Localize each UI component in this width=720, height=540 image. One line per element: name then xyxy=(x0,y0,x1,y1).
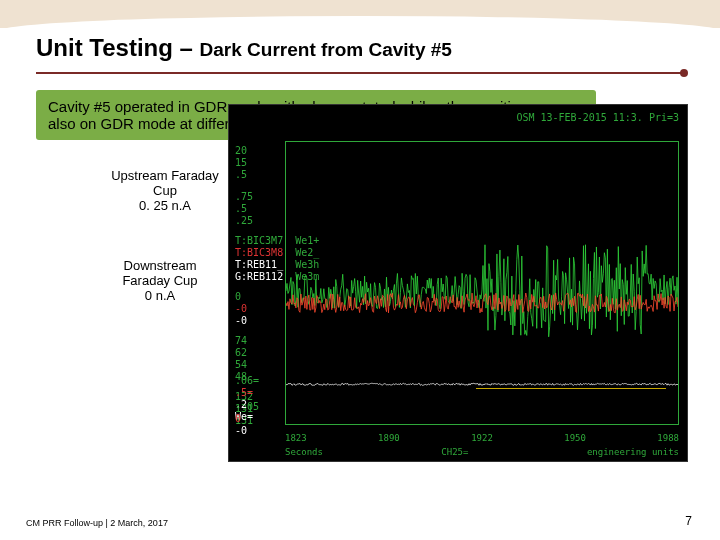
page-title: Unit Testing – Dark Current from Cavity … xyxy=(36,34,452,62)
footer-text: CM PRR Follow-up | 2 March, 2017 xyxy=(26,518,168,528)
scope-waveform xyxy=(286,142,678,424)
upstream-label: Upstream Faraday Cup 0. 25 n.A xyxy=(110,168,220,213)
downstream-name: Downstream Faraday Cup xyxy=(100,258,220,288)
decorative-top-band xyxy=(0,0,720,28)
oscilloscope-panel: OSM 13-FEB-2015 11:3. Pri=3 20 15 .5 .75… xyxy=(228,104,688,462)
scope-xaxis-ticks: 1823 1890 1922 1950 1988 xyxy=(285,434,679,443)
downstream-value: 0 n.A xyxy=(100,288,220,303)
scope-plot-area xyxy=(285,141,679,425)
title-sub: Dark Current from Cavity #5 xyxy=(200,39,452,60)
upstream-value: 0. 25 n.A xyxy=(110,198,220,213)
title-underline xyxy=(36,72,684,74)
page-number: 7 xyxy=(685,514,692,528)
downstream-label: Downstream Faraday Cup 0 n.A xyxy=(100,258,220,303)
title-separator: – xyxy=(173,34,200,61)
title-main: Unit Testing xyxy=(36,34,173,61)
scope-topbar: OSM 13-FEB-2015 11:3. Pri=3 xyxy=(516,113,679,123)
scope-left-readout: 20 15 .5 .75 .5 .25 xyxy=(235,145,253,227)
title-underline-dot xyxy=(680,69,688,77)
yellow-marker-line xyxy=(476,388,666,389)
upstream-name: Upstream Faraday Cup xyxy=(110,168,220,198)
scope-xlabel: Seconds CH25= engineering units xyxy=(285,448,679,457)
scope-bottom-readout: -.05 0 -0 xyxy=(235,401,259,437)
